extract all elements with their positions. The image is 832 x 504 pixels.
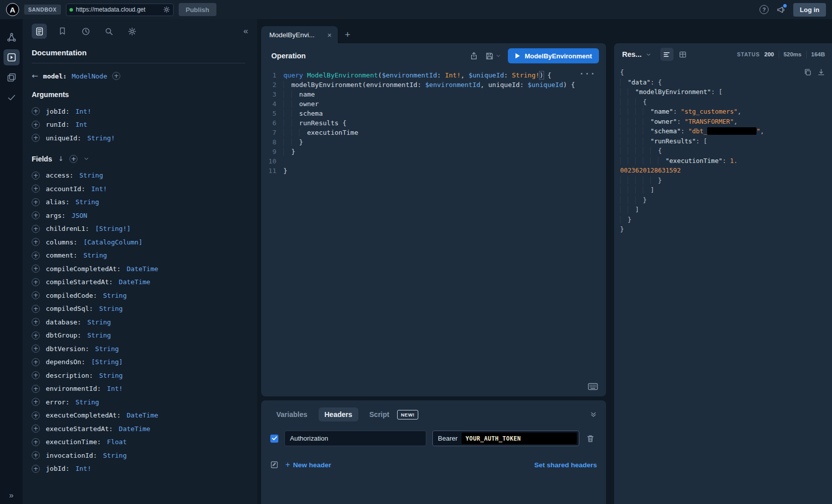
endpoint-settings-gear-icon[interactable] [163, 6, 170, 13]
add-field-icon[interactable]: + [32, 358, 40, 366]
field-type-link[interactable]: String [80, 172, 103, 179]
field-type-link[interactable]: String [75, 198, 99, 206]
field-type-link[interactable]: DateTime [127, 411, 159, 419]
add-field-icon[interactable]: + [32, 398, 40, 406]
rail-schema-icon[interactable] [4, 29, 20, 45]
rail-checks-icon[interactable] [4, 90, 20, 106]
help-icon[interactable]: ? [760, 5, 769, 14]
field-type-link[interactable]: String [99, 372, 123, 379]
add-field-icon[interactable]: + [32, 238, 40, 246]
field-type-link[interactable]: Int! [107, 385, 123, 392]
add-field-icon[interactable]: + [32, 425, 40, 433]
tab-headers[interactable]: Headers [319, 407, 358, 422]
set-shared-headers-link[interactable]: Set shared headers [534, 461, 597, 469]
header-enabled-checkbox[interactable] [270, 435, 278, 443]
collapse-io-panel-icon[interactable] [590, 411, 597, 418]
back-arrow-icon[interactable]: ← [32, 71, 38, 80]
field-type-link[interactable]: Float [107, 438, 127, 446]
add-field-icon[interactable]: + [32, 134, 40, 142]
add-field-icon[interactable]: + [32, 211, 40, 219]
add-field-icon[interactable]: + [32, 438, 40, 446]
add-field-icon[interactable]: + [32, 371, 40, 379]
add-field-icon[interactable]: + [32, 251, 40, 260]
publish-button[interactable]: Publish [179, 3, 216, 16]
keyboard-shortcuts-icon[interactable] [588, 383, 598, 390]
history-icon[interactable] [78, 24, 93, 39]
field-type-link[interactable]: [CatalogColumn] [84, 238, 142, 246]
response-raw-view-icon[interactable] [660, 48, 673, 61]
field-type-link[interactable]: String [84, 251, 107, 259]
field-type-link[interactable]: [String!] [95, 225, 130, 232]
close-tab-icon[interactable]: × [327, 31, 332, 39]
apollo-logo[interactable]: A [6, 3, 19, 16]
field-type-link[interactable]: String [75, 398, 99, 406]
sort-fields-icon[interactable]: ↓ [58, 155, 63, 162]
announcements-icon[interactable] [777, 6, 785, 14]
graphql-editor[interactable]: ··· 1query ModelByEnvironment($environme… [261, 68, 606, 396]
add-field-icon[interactable]: + [32, 385, 40, 393]
expand-rail-icon[interactable]: » [0, 491, 23, 500]
add-field-icon[interactable]: + [32, 225, 40, 233]
delete-header-icon[interactable] [586, 435, 594, 443]
add-field-icon[interactable]: + [32, 185, 40, 193]
add-field-icon[interactable]: + [32, 121, 40, 129]
rail-operations-icon[interactable] [4, 69, 20, 86]
response-body[interactable]: { "data": { "modelByEnvironment": [ { "n… [614, 65, 832, 504]
save-operation-group[interactable] [485, 52, 501, 60]
add-field-icon[interactable]: + [32, 107, 40, 115]
operation-tab[interactable]: ModelByEnvi... × [261, 26, 338, 43]
add-field-icon[interactable]: + [32, 198, 40, 206]
field-type-link[interactable]: String! [87, 134, 115, 142]
tab-script[interactable]: Script [363, 407, 392, 422]
add-field-icon[interactable]: + [32, 411, 40, 419]
field-type-link[interactable]: Int! [91, 185, 107, 193]
field-type-link[interactable]: Int! [75, 108, 91, 115]
rail-explorer-icon[interactable] [4, 49, 20, 65]
add-field-icon[interactable]: + [32, 265, 40, 273]
field-type-link[interactable]: Int! [75, 465, 91, 472]
header-key-input[interactable]: Authorization [284, 431, 426, 446]
add-field-icon[interactable]: + [32, 345, 40, 353]
field-type-link[interactable]: DateTime [127, 265, 159, 273]
field-type-link[interactable]: [String] [91, 358, 123, 366]
endpoint-url-input[interactable]: https://metadata.cloud.get [66, 4, 174, 16]
save-headers-icon[interactable] [270, 461, 278, 469]
add-field-icon[interactable]: + [32, 465, 40, 473]
download-response-icon[interactable] [817, 68, 825, 76]
field-type-link[interactable]: Int [75, 121, 87, 128]
header-value-input[interactable]: Bearer YOUR_AUTH_TOKEN [432, 431, 579, 446]
add-field-icon[interactable]: + [32, 451, 40, 459]
bookmarks-icon[interactable] [55, 24, 70, 39]
breadcrumb-type-link[interactable]: ModelNode [72, 72, 107, 80]
field-type-link[interactable]: JSON [71, 212, 87, 219]
docs-tab-icon[interactable] [32, 24, 47, 39]
add-fields-icon[interactable]: + [69, 155, 78, 163]
new-header-button[interactable]: + New header [285, 460, 331, 469]
field-type-link[interactable]: String [103, 452, 127, 459]
field-type-link[interactable]: String [95, 345, 119, 353]
add-field-icon[interactable]: + [32, 318, 40, 326]
login-button[interactable]: Log in [793, 3, 826, 17]
field-type-link[interactable]: String [87, 318, 111, 326]
field-type-link[interactable]: DateTime [119, 278, 150, 286]
field-type-link[interactable]: DateTime [119, 425, 150, 433]
add-field-icon[interactable]: + [32, 305, 40, 313]
field-type-link[interactable]: String [99, 305, 123, 312]
tab-variables[interactable]: Variables [270, 407, 314, 422]
field-type-link[interactable]: String [103, 292, 127, 299]
add-field-icon[interactable]: + [32, 278, 40, 286]
run-operation-button[interactable]: ModelByEnvironment [508, 48, 599, 63]
field-type-link[interactable]: String [87, 331, 111, 339]
endpoint-url[interactable]: https://metadata.cloud.get [76, 6, 160, 13]
settings-gear-icon[interactable] [124, 24, 139, 39]
share-operation-icon[interactable] [470, 52, 478, 60]
new-tab-icon[interactable]: + [345, 29, 350, 40]
copy-response-icon[interactable] [804, 68, 811, 76]
add-field-icon[interactable]: + [32, 172, 40, 180]
add-field-icon[interactable]: + [32, 331, 40, 340]
response-dropdown-chevron-icon[interactable] [646, 52, 651, 57]
fields-options-chevron-icon[interactable] [84, 156, 89, 161]
editor-menu-icon[interactable]: ··· [579, 69, 596, 79]
search-icon[interactable] [101, 24, 116, 39]
collapse-docs-icon[interactable]: « [244, 26, 248, 36]
